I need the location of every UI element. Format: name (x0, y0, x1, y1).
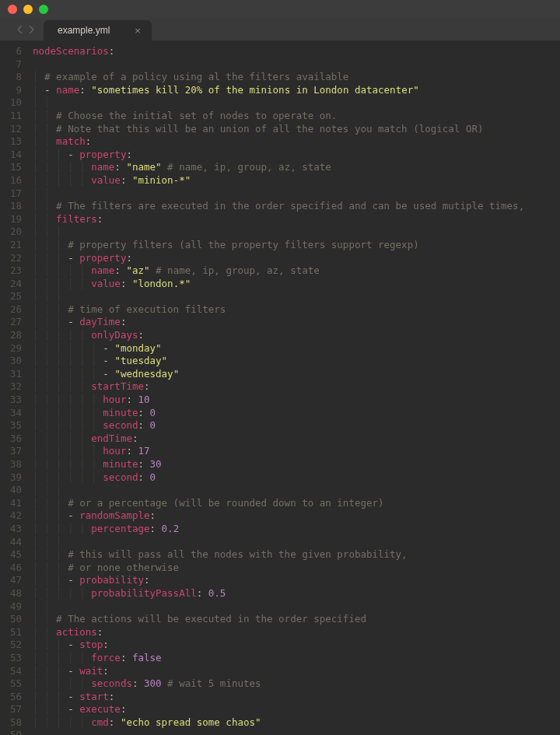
nav-right-icon[interactable] (28, 26, 34, 33)
code-line[interactable]: │ │ │ │ │ name: "name" # name, ip, group… (33, 161, 560, 174)
line-number: 16 (0, 174, 33, 187)
code-line[interactable]: │ │ │ │ │ │ - "monday" (33, 342, 560, 355)
line-number: 43 (0, 523, 33, 536)
tab-bar-filler (152, 19, 560, 40)
close-icon[interactable] (8, 5, 17, 14)
line-number: 11 (0, 110, 33, 123)
tab-close-icon[interactable]: × (135, 25, 141, 37)
line-number: 46 (0, 562, 33, 575)
line-number: 57 (0, 703, 33, 716)
code-line[interactable]: │ │ │ │ │ │ hour: 17 (33, 445, 560, 458)
code-line[interactable]: │ │ # Choose the initial set of nodes to… (33, 110, 560, 123)
code-content[interactable]: nodeScenarios:│ # example of a policy us… (33, 40, 560, 735)
line-number: 19 (0, 213, 33, 226)
line-number: 48 (0, 587, 33, 600)
line-number: 33 (0, 394, 33, 407)
code-line[interactable]: │ │ │ # time of execution filters (33, 303, 560, 317)
editor-window: example.yml × 67891011121314151617181920… (0, 0, 560, 735)
code-line[interactable]: │ │ │ # this will pass all the nodes wit… (33, 548, 560, 562)
code-line[interactable]: │ │ │ - execute: (33, 703, 560, 716)
code-line[interactable]: │ │ │ │ │ name: "az" # name, ip, group, … (33, 264, 560, 278)
line-number: 59 (0, 729, 33, 735)
nav-left-icon[interactable] (17, 26, 23, 33)
code-line[interactable]: │ │ │ │ │ │ - "wednesday" (33, 368, 560, 381)
line-number: 30 (0, 355, 33, 368)
line-number: 17 (0, 187, 33, 201)
line-number: 45 (0, 548, 33, 562)
code-line[interactable]: │ │ filters: (33, 213, 560, 226)
code-line[interactable]: │ │ │ - start: (33, 691, 560, 704)
code-line[interactable]: │ │ │ │ │ │ minute: 0 (33, 407, 560, 420)
code-line[interactable]: │ │ # The actions will be executed in th… (33, 613, 560, 626)
code-line[interactable]: │ │ │ - wait: (33, 665, 560, 678)
line-number: 55 (0, 677, 33, 691)
code-line[interactable]: │ │ │ - randomSample: (33, 509, 560, 523)
code-line[interactable]: │ │ │ │ │ │ second: 0 (33, 471, 560, 485)
code-line[interactable]: │ │ │ │ │ │ second: 0 (33, 419, 560, 432)
code-line[interactable]: │ │ │ - stop: (33, 639, 560, 652)
code-line[interactable]: │ │ │ (33, 290, 560, 303)
maximize-icon[interactable] (39, 5, 48, 14)
line-number: 51 (0, 626, 33, 639)
line-number: 41 (0, 497, 33, 510)
code-line[interactable]: │ │ │ │ │ value: "minion-*" (33, 174, 560, 187)
code-line[interactable]: │ │ │ - property: (33, 252, 560, 265)
code-line[interactable]: │ │ │ - property: (33, 149, 560, 162)
line-number: 18 (0, 200, 33, 213)
code-line[interactable]: │ │ │ # or a percentage (will be rounded… (33, 497, 560, 510)
code-line[interactable]: │ - name: "sometimes kill 20% of the min… (33, 84, 560, 97)
nav-arrows[interactable] (8, 19, 44, 40)
code-line[interactable]: │ │ │ │ │ │ - "tuesday" (33, 355, 560, 368)
code-line[interactable]: │ │ │ │ │ │ hour: 10 (33, 394, 560, 407)
line-number: 34 (0, 407, 33, 420)
code-line[interactable]: │ │ # Note that this will be an union of… (33, 123, 560, 136)
line-number: 39 (0, 471, 33, 485)
line-number: 31 (0, 368, 33, 381)
code-line[interactable]: │ │ │ │ │ onlyDays: (33, 329, 560, 342)
code-line[interactable]: │ │ │ - dayTime: (33, 316, 560, 329)
line-number: 50 (0, 613, 33, 626)
line-number: 36 (0, 432, 33, 446)
code-line[interactable]: │ │ # The filters are executed in the or… (33, 200, 560, 213)
line-number: 25 (0, 290, 33, 303)
code-line[interactable]: nodeScenarios: (33, 45, 560, 58)
line-number: 47 (0, 574, 33, 587)
code-line[interactable]: │ │ │ (33, 536, 560, 549)
code-line[interactable]: │ │ │ (33, 484, 560, 497)
line-number: 9 (0, 84, 33, 97)
editor-area[interactable]: 6789101112131415161718192021222324252627… (0, 40, 560, 735)
line-number: 58 (0, 716, 33, 730)
code-line[interactable]: │ │ │ │ │ endTime: (33, 432, 560, 446)
line-number: 15 (0, 161, 33, 174)
line-number: 27 (0, 316, 33, 329)
code-line[interactable]: │ │ │ │ │ cmd: "echo spread some chaos" (33, 716, 560, 730)
code-line[interactable]: │ │ │ │ │ probabilityPassAll: 0.5 (33, 587, 560, 600)
code-line[interactable]: │ │ (33, 187, 560, 201)
code-line[interactable]: │ # example of a policy using al the fil… (33, 71, 560, 84)
line-number: 20 (0, 226, 33, 239)
line-number: 13 (0, 135, 33, 149)
code-line[interactable]: │ │ │ │ │ │ minute: 30 (33, 458, 560, 471)
code-line[interactable]: │ │ (33, 600, 560, 614)
code-line[interactable]: │ │ │ - probability: (33, 574, 560, 587)
code-line[interactable]: │ │ │ │ │ force: false (33, 652, 560, 665)
code-line[interactable]: │ │ │ │ │ value: "london.*" (33, 278, 560, 291)
line-number: 42 (0, 509, 33, 523)
code-line[interactable]: │ │ │ │ │ seconds: 300 # wait 5 minutes (33, 677, 560, 691)
code-line[interactable]: │ │ │ # property filters (all the proper… (33, 239, 560, 252)
code-line[interactable]: │ │ │ (33, 226, 560, 239)
minimize-icon[interactable] (23, 5, 33, 14)
tab-example-yml[interactable]: example.yml × (44, 20, 152, 40)
code-line[interactable]: │ │ │ │ │ percentage: 0.2 (33, 523, 560, 536)
code-line[interactable]: │ │ │ # or none otherwise (33, 562, 560, 575)
code-line[interactable] (33, 729, 560, 735)
code-line[interactable]: │ │ │ │ │ startTime: (33, 380, 560, 394)
line-number: 26 (0, 303, 33, 317)
line-number: 29 (0, 342, 33, 355)
code-line[interactable]: │ │ (33, 96, 560, 110)
code-line[interactable] (33, 58, 560, 72)
code-line[interactable]: │ │ match: (33, 135, 560, 149)
line-number: 10 (0, 96, 33, 110)
titlebar[interactable] (0, 0, 560, 19)
code-line[interactable]: │ │ actions: (33, 626, 560, 639)
